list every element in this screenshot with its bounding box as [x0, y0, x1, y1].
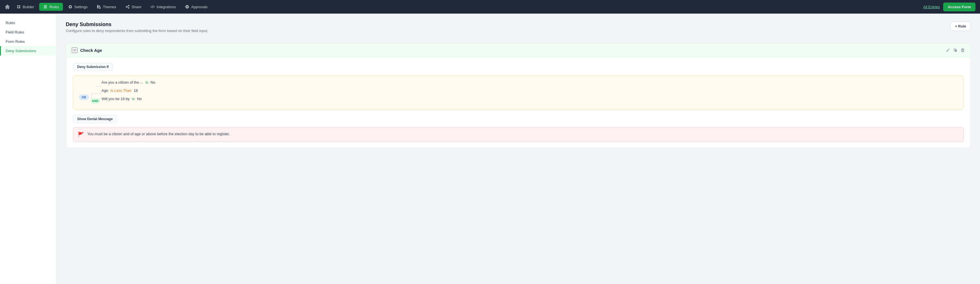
- sidebar-item-form-rules[interactable]: Form Rules: [0, 37, 56, 46]
- header-text: Deny Submissions Configure rules to deny…: [66, 22, 208, 38]
- condition-3-value: No: [137, 97, 142, 101]
- condition-rows: Are you a citizen of the ... Is No Age I…: [102, 80, 958, 101]
- deny-submission-if-badge: Deny Submission If: [73, 63, 113, 71]
- condition-2-field: Age: [102, 89, 108, 93]
- rule-actions: [946, 48, 965, 52]
- sidebar-item-deny-submissions[interactable]: Deny Submissions: [0, 46, 56, 56]
- condition-3-field: Will you be 18 by: [102, 97, 130, 101]
- main-content: Deny Submissions Configure rules to deny…: [57, 14, 980, 284]
- condition-row-1: Are you a citizen of the ... Is No: [102, 80, 958, 84]
- rule-card-check-age: Check Age Deny Submission If: [66, 43, 971, 148]
- condition-1-field: Are you a citizen of the ...: [102, 80, 143, 84]
- nav-item-builder[interactable]: Builder: [13, 3, 38, 11]
- page-header: Deny Submissions Configure rules to deny…: [66, 22, 971, 38]
- duplicate-rule-button[interactable]: [953, 48, 958, 52]
- page-subtitle: Configure rules to deny respondents from…: [66, 29, 208, 33]
- rule-body: Deny Submission If: [66, 57, 970, 148]
- page-title: Deny Submissions: [66, 22, 208, 27]
- conditions-area: OR: [73, 75, 964, 109]
- and-connector: AND: [90, 98, 100, 104]
- nav-item-settings[interactable]: Settings: [64, 3, 92, 11]
- denial-flag-icon: 🚩: [78, 132, 84, 138]
- top-navigation: Builder Rules Settings Themes Share Inte…: [0, 0, 980, 14]
- sidebar-rules-label: Rules: [6, 21, 15, 25]
- sidebar: Rules Field Rules Form Rules Deny Submis…: [0, 14, 57, 284]
- delete-rule-button[interactable]: [961, 48, 965, 52]
- condition-2-op: Is Less Than: [110, 89, 131, 93]
- nav-settings-label: Settings: [74, 5, 88, 9]
- denial-message-text: You must be a citizen and of age or abov…: [88, 131, 230, 137]
- sidebar-item-rules[interactable]: Rules: [0, 18, 56, 27]
- condition-2-value: 18: [134, 89, 138, 93]
- condition-1-op: Is: [145, 80, 148, 84]
- rule-header: Check Age: [66, 43, 970, 57]
- rule-title: Check Age: [80, 48, 946, 53]
- condition-row-2: Age Is Less Than 18: [102, 89, 958, 93]
- or-connector: OR: [79, 94, 89, 100]
- sidebar-form-rules-label: Form Rules: [6, 40, 25, 44]
- collapse-button[interactable]: [72, 48, 77, 53]
- condition-3-op: Is: [132, 97, 135, 101]
- denial-message-box: 🚩 You must be a citizen and of age or ab…: [73, 127, 964, 142]
- sidebar-field-rules-label: Field Rules: [6, 30, 24, 34]
- nav-item-integrations[interactable]: Integrations: [146, 3, 180, 11]
- access-form-button[interactable]: Access Form: [943, 3, 975, 11]
- nav-themes-label: Themes: [103, 5, 116, 9]
- nav-right: All Entries Access Form: [923, 3, 975, 11]
- sidebar-deny-submissions-label: Deny Submissions: [6, 49, 36, 53]
- nav-integrations-label: Integrations: [156, 5, 176, 9]
- edit-rule-button[interactable]: [946, 48, 950, 52]
- show-denial-message-badge: Show Denial Message: [73, 115, 117, 123]
- nav-item-approvals[interactable]: Approvals: [181, 3, 212, 11]
- nav-items: Builder Rules Settings Themes Share Inte…: [13, 3, 923, 11]
- nav-item-share[interactable]: Share: [121, 3, 145, 11]
- sidebar-item-field-rules[interactable]: Field Rules: [0, 27, 56, 37]
- denial-section: Show Denial Message 🚩 You must be a citi…: [73, 115, 964, 142]
- nav-approvals-label: Approvals: [191, 5, 208, 9]
- nav-item-themes[interactable]: Themes: [93, 3, 120, 11]
- condition-row-3: Will you be 18 by Is No: [102, 97, 958, 101]
- nav-share-label: Share: [132, 5, 142, 9]
- page-layout: Rules Field Rules Form Rules Deny Submis…: [0, 0, 980, 284]
- nav-item-rules[interactable]: Rules: [39, 3, 63, 11]
- nav-rules-label: Rules: [49, 5, 59, 9]
- home-button[interactable]: [5, 4, 10, 10]
- condition-1-value: No: [151, 80, 155, 84]
- add-rule-button[interactable]: + Rule: [950, 22, 971, 31]
- all-entries-link[interactable]: All Entries: [923, 5, 940, 9]
- nav-builder-label: Builder: [23, 5, 34, 9]
